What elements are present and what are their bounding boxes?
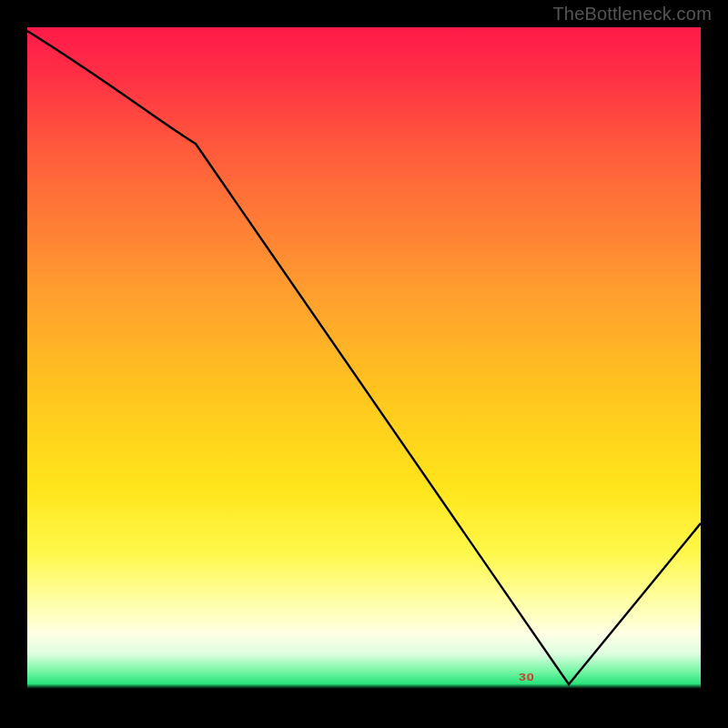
curve-svg (27, 27, 701, 701)
watermark-text: TheBottleneck.com (552, 4, 712, 25)
optimum-value-label: 30 (519, 672, 534, 682)
plot-area: 30 (27, 27, 701, 701)
chart-root: TheBottleneck.com 30 (0, 0, 728, 728)
bottleneck-curve-path (27, 31, 701, 684)
